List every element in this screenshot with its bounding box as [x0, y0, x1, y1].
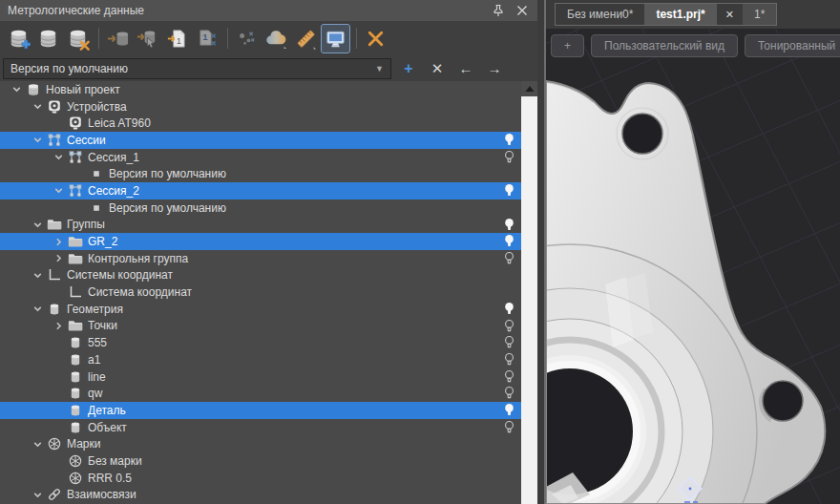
add-version-button[interactable]: + [397, 60, 420, 77]
chevron-spacer [52, 117, 65, 130]
chevron-right-icon[interactable] [52, 252, 65, 264]
folder-icon [68, 251, 83, 266]
chevron-down-icon[interactable] [32, 303, 44, 315]
close-panel-icon[interactable] [514, 3, 530, 18]
visibility-bulb-off-icon[interactable] [503, 150, 515, 164]
visibility-bulb-on-icon[interactable] [503, 234, 515, 248]
user-view-button[interactable]: Пользовательский вид [591, 34, 738, 57]
chevron-down-icon[interactable] [52, 184, 65, 197]
tree-row[interactable]: Без марки [0, 452, 521, 470]
device-icon [68, 116, 83, 131]
chevron-down-icon[interactable] [32, 134, 44, 146]
tree-row[interactable]: Группы [0, 217, 521, 234]
tree-row[interactable]: qw [0, 385, 521, 402]
tree-row-label: Сессия_2 [88, 184, 139, 198]
flange-part [546, 81, 825, 504]
file-split-button[interactable]: 1 [193, 25, 220, 52]
display-monitor-button[interactable] [322, 25, 349, 52]
visibility-bulb-on-icon[interactable] [503, 302, 515, 316]
visibility-bulb-off-icon[interactable] [503, 420, 515, 434]
tree-row[interactable]: Новый проект [0, 81, 521, 98]
tree-row[interactable]: line [0, 368, 521, 386]
add-view-button[interactable]: + [551, 34, 584, 57]
tree-row[interactable]: Марки [0, 435, 521, 452]
chevron-right-icon[interactable] [52, 236, 65, 248]
tree-row-label: Leica AT960 [88, 116, 151, 130]
tree-row[interactable]: 555 [0, 334, 521, 351]
tree-row[interactable]: Версия по умолчанию [0, 200, 521, 217]
visibility-bulb-on-icon[interactable] [503, 183, 515, 198]
tree-scrollbar[interactable] [521, 81, 537, 504]
close-tab-icon[interactable]: ✕ [717, 4, 743, 25]
tree-row[interactable]: Версия по умолчанию [0, 165, 521, 182]
scroll-up-button[interactable] [521, 81, 537, 96]
tree-row[interactable]: Точки [0, 318, 521, 335]
chevron-down-icon[interactable] [32, 100, 44, 113]
import-file-button[interactable]: 1 [163, 25, 191, 52]
document-tab[interactable]: 1* [743, 4, 776, 25]
bolt-hole-top [622, 114, 662, 154]
chevron-right-icon[interactable] [52, 320, 65, 332]
tree-row[interactable]: Сессия_1 [0, 149, 521, 166]
remove-database-button[interactable] [64, 25, 92, 52]
document-tabbar: Без имени0*test1.prj*✕1* [546, 0, 840, 29]
tree-row[interactable]: Система координат [0, 284, 521, 301]
tree-row-label: GR_2 [88, 235, 117, 248]
next-version-button[interactable]: → [483, 60, 506, 76]
axes-icon [68, 284, 83, 300]
add-database-button[interactable] [5, 25, 32, 52]
visibility-bulb-off-icon[interactable] [503, 369, 515, 384]
panel-splitter[interactable] [537, 0, 544, 504]
tree-row[interactable]: Системы координат [0, 267, 521, 284]
database-list-button[interactable] [34, 25, 62, 52]
file-split-icon: 1 [195, 27, 219, 51]
viewport-3d[interactable]: +Пользовательский видТонированный [546, 29, 840, 504]
version-combobox[interactable]: Версия по умолчанию ▼ [3, 58, 391, 79]
delete-cross-icon [364, 27, 388, 51]
folder-icon [47, 217, 62, 232]
chevron-down-icon[interactable] [32, 489, 44, 501]
tree-row[interactable]: Деталь [0, 402, 521, 419]
tree-row[interactable]: Сессия_2 [0, 182, 521, 200]
import-database-button[interactable] [104, 25, 132, 52]
visibility-bulb-on-icon[interactable] [503, 133, 515, 147]
tree-row[interactable]: Устройства [0, 98, 521, 116]
tree-row[interactable]: Сессии [0, 132, 521, 149]
chevron-down-icon[interactable] [32, 269, 44, 282]
visibility-bulb-on-icon[interactable] [503, 218, 515, 232]
tree-row[interactable]: Объект [0, 419, 521, 436]
import-database-pick-button[interactable] [134, 25, 161, 52]
tree-row[interactable]: Leica AT960 [0, 115, 521, 132]
tree-row[interactable]: RRR 0.5 [0, 470, 521, 487]
tree-row[interactable]: a1 [0, 351, 521, 368]
tree-row[interactable]: Контрольня группа [0, 250, 521, 267]
visibility-bulb-on-icon[interactable] [503, 403, 515, 417]
delete-version-button[interactable]: ✕ [426, 60, 449, 77]
chevron-down-icon[interactable] [10, 83, 23, 95]
visibility-bulb-off-icon[interactable] [503, 251, 515, 265]
shaded-view-button[interactable]: Тонированный [745, 34, 840, 57]
chevron-spacer [52, 370, 65, 383]
document-tab[interactable]: test1.prj* [644, 4, 716, 25]
tree-row[interactable]: Геометрия [0, 301, 521, 318]
panel-toolbar: 11 [0, 21, 537, 55]
visibility-bulb-off-icon[interactable] [503, 352, 515, 367]
measure-ruler-button[interactable] [292, 25, 320, 52]
document-tab[interactable]: Без имени0* [556, 4, 644, 25]
cylinder-icon [68, 335, 83, 350]
tree-row[interactable]: GR_2 [0, 233, 521, 250]
chevron-down-icon[interactable] [52, 151, 65, 163]
database-list-icon [36, 27, 60, 51]
prev-version-button[interactable]: ← [454, 60, 477, 76]
tree-row[interactable]: Взаимосвязи [0, 487, 521, 504]
merge-points-button[interactable] [233, 25, 261, 52]
visibility-bulb-off-icon[interactable] [503, 386, 515, 400]
chevron-down-icon[interactable] [32, 438, 44, 451]
point-cloud-button[interactable] [262, 25, 290, 52]
chevron-down-icon[interactable] [32, 219, 44, 231]
pin-icon[interactable] [491, 3, 506, 18]
visibility-bulb-off-icon[interactable] [503, 319, 515, 333]
delete-cross-button[interactable] [362, 25, 389, 52]
visibility-bulb-off-icon[interactable] [503, 335, 515, 349]
database-icon [26, 82, 41, 97]
